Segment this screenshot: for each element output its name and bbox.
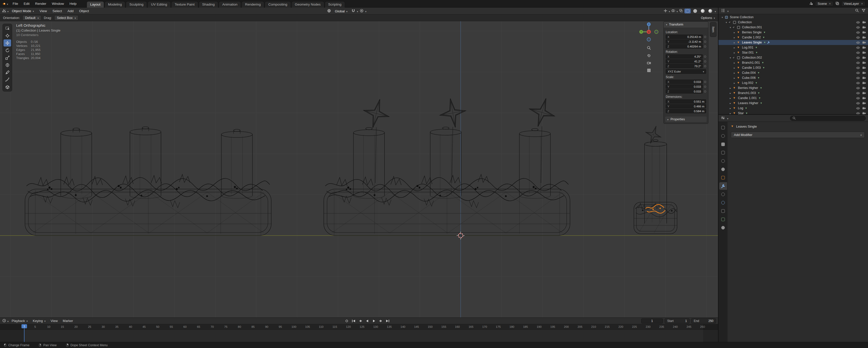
rotation-mode-dropdown[interactable]: XYZ Euler [666,69,706,74]
transform-panel-header[interactable]: Transform [664,22,708,28]
location-x-field[interactable]: X0.25143 m [666,35,703,39]
current-frame-field[interactable]: 1 [641,318,663,323]
hide-in-viewport-eye-icon[interactable] [856,82,860,84]
tab-layout[interactable]: Layout [87,1,104,7]
collection-checkbox[interactable]: ✓ [728,21,731,24]
timeline-track-area[interactable] [0,330,718,342]
disable-in-renders-camera-icon[interactable] [862,87,866,89]
play-button[interactable] [371,318,377,323]
rotation-y-field[interactable]: Y41.2° [666,59,703,63]
play-reverse-button[interactable] [364,318,370,323]
zoom-view-icon[interactable] [646,45,652,51]
expand-icon[interactable]: ▸ [733,51,736,54]
tab-output[interactable] [719,141,727,148]
outliner-row-star[interactable]: ▸Star▼ [718,111,868,114]
expand-icon[interactable]: ▸ [733,41,736,44]
hide-in-viewport-eye-icon[interactable] [856,56,860,59]
hide-in-viewport-eye-icon[interactable] [856,66,860,69]
expand-icon[interactable]: ▸ [728,87,732,89]
sidebar-item-tab[interactable]: Item [710,22,716,37]
shading-material-button[interactable] [700,8,706,13]
expand-icon[interactable]: ▸ [728,107,732,110]
menu-keying[interactable]: Keying [31,318,48,323]
unlink-view-layer-icon[interactable]: × [861,2,863,5]
expand-icon[interactable]: ▸ [733,31,736,34]
disable-in-renders-camera-icon[interactable] [862,46,866,49]
camera-view-icon[interactable] [646,60,652,66]
tab-rendering[interactable]: Rendering [242,1,264,7]
expand-icon[interactable]: ▸ [728,97,732,99]
tab-particles[interactable] [719,191,727,198]
rotation-x-field[interactable]: X4.25° [666,54,703,59]
next-keyframe-button[interactable] [377,318,384,323]
select-box-tool[interactable] [3,25,11,32]
tab-animation[interactable]: Animation [219,1,241,7]
expand-icon[interactable]: ▸ [733,71,736,74]
expand-icon[interactable]: ▸ [733,46,736,49]
scale-x-field[interactable]: X0.033 [666,80,703,84]
menu-render[interactable]: Render [33,1,49,6]
measure-tool[interactable] [3,76,11,83]
show-overlays-icon[interactable] [671,9,675,13]
outliner-row-branch1-001[interactable]: ▸Branch1.001▼ [718,60,868,65]
outliner-row-candle-1-001[interactable]: ▸Candle 1.001▼ [718,95,868,100]
outliner-row-collection[interactable]: ▾✓Collection [718,20,868,25]
pan-view-hand-icon[interactable] [646,52,652,59]
outliner-row-collection-002[interactable]: ▾✓Collection.002 [718,55,868,60]
tab-tool[interactable] [719,124,727,132]
hide-in-viewport-eye-icon[interactable] [856,26,860,29]
cursor-tool[interactable] [3,32,11,39]
animate-decorator-icon[interactable] [704,81,706,83]
snap-magnet-icon[interactable] [351,9,355,13]
transform-orientation-dropdown[interactable]: Global [333,8,350,14]
tab-material[interactable] [719,224,727,232]
hide-in-viewport-eye-icon[interactable] [856,107,860,110]
expand-icon[interactable]: ▸ [728,92,732,94]
outliner-row-leaves-higher[interactable]: ▸Leaves Higher▼ [718,100,868,106]
menu-object[interactable]: Object [77,8,91,13]
hide-in-viewport-eye-icon[interactable] [856,77,860,79]
tab-world[interactable] [719,166,727,173]
expand-icon[interactable]: ▸ [728,112,732,115]
disable-in-renders-camera-icon[interactable] [862,21,866,24]
tab-geometry-nodes[interactable]: Geometry Nodes [291,1,324,7]
shading-rendered-button[interactable] [707,8,713,13]
animate-decorator-icon[interactable] [704,60,706,62]
hide-in-viewport-eye-icon[interactable] [856,46,860,49]
tab-physics[interactable] [719,199,727,206]
editor-type-viewport-icon[interactable] [2,9,6,13]
tab-uv-editing[interactable]: UV Editing [148,1,171,7]
dimensions-y-field[interactable]: Y0.466 m [666,104,706,109]
tab-render[interactable] [719,132,727,140]
overlays-chevron-icon[interactable] [677,9,678,13]
tab-view-layer[interactable] [719,149,727,156]
hide-in-viewport-eye-icon[interactable] [856,87,860,89]
disable-in-renders-camera-icon[interactable] [862,66,866,69]
menu-file[interactable]: File [10,1,21,6]
hide-in-viewport-eye-icon[interactable] [856,51,860,54]
disable-in-renders-camera-icon[interactable] [862,51,866,54]
outliner-row-cube-004[interactable]: ▸Cube.004▼ [718,70,868,75]
scale-tool[interactable] [3,54,11,61]
menu-select[interactable]: Select [50,8,64,13]
snap-settings-chevron-icon[interactable] [357,9,358,13]
hide-in-viewport-eye-icon[interactable] [856,71,860,74]
previous-keyframe-button[interactable] [357,318,364,323]
scale-z-field[interactable]: Z0.033 [666,89,703,93]
disable-in-renders-camera-icon[interactable] [862,82,866,84]
disable-in-renders-camera-icon[interactable] [862,36,866,39]
collection-checkbox[interactable]: ✓ [732,56,735,59]
outliner-search-icon[interactable] [855,8,859,13]
shading-chevron-icon[interactable] [715,9,716,13]
rotate-tool[interactable] [3,47,11,54]
blender-logo-icon[interactable] [2,2,8,6]
properties-collapsed-panel[interactable]: Properties [665,116,707,122]
tab-sculpting[interactable]: Sculpting [126,1,147,7]
outliner-filter-icon[interactable] [862,8,866,13]
disable-in-renders-camera-icon[interactable] [862,102,866,105]
disable-in-renders-camera-icon[interactable] [862,26,866,29]
expand-icon[interactable]: ▸ [733,61,736,64]
animate-decorator-icon[interactable] [704,36,706,38]
xray-toggle-icon[interactable] [679,9,683,13]
hide-in-viewport-eye-icon[interactable] [856,21,860,24]
